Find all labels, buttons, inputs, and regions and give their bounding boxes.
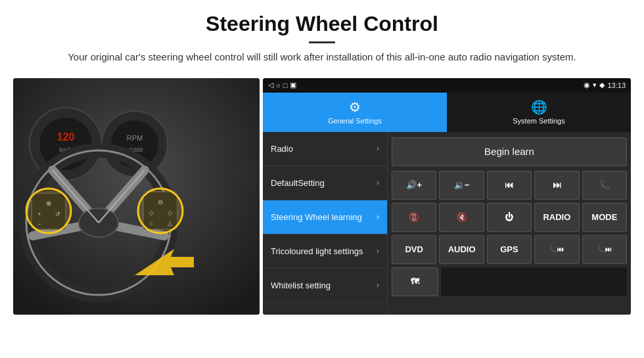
svg-text:120: 120 bbox=[57, 131, 75, 143]
location-icon: ◉ bbox=[584, 81, 590, 89]
mode-label: MODE bbox=[591, 212, 617, 222]
controls-row-2: 📵 🔇 ⏻ RADIO MODE bbox=[392, 203, 627, 232]
tab-general-settings[interactable]: ⚙ General Settings bbox=[263, 93, 447, 132]
gps-label: GPS bbox=[500, 244, 518, 254]
prev-track-button[interactable]: ⏮ bbox=[487, 171, 532, 200]
page-subtitle: Your original car's steering wheel contr… bbox=[66, 50, 578, 65]
power-button[interactable]: ⏻ bbox=[487, 203, 532, 232]
android-ui: ◁ ○ □ ▣ ◉ ▾ ◆ 13:13 ⚙ General Settings 🌐… bbox=[263, 78, 631, 315]
chevron-icon: › bbox=[377, 280, 379, 290]
page-header: Steering Wheel Control Your original car… bbox=[0, 0, 644, 72]
time-display: 13:13 bbox=[607, 81, 626, 89]
navi-button[interactable]: 🗺 bbox=[392, 267, 438, 296]
dvd-button[interactable]: DVD bbox=[392, 235, 436, 264]
dvd-label: DVD bbox=[405, 244, 423, 254]
system-settings-icon: 🌐 bbox=[531, 99, 547, 115]
signal-icon: ▾ bbox=[593, 81, 597, 89]
next-track-icon: ⏭ bbox=[553, 180, 561, 190]
nav-recents-icon: □ bbox=[283, 81, 288, 89]
vol-up-button[interactable]: 🔊+ bbox=[392, 171, 436, 200]
status-bar: ◁ ○ □ ▣ ◉ ▾ ◆ 13:13 bbox=[263, 78, 631, 93]
tab-system-settings[interactable]: 🌐 System Settings bbox=[447, 93, 631, 132]
controls-row-3: DVD AUDIO GPS 📞⏮ 📞⏭ bbox=[392, 235, 627, 264]
chevron-icon: › bbox=[377, 178, 379, 187]
nav-menu-icon: ▣ bbox=[290, 81, 296, 89]
svg-point-29 bbox=[26, 189, 71, 233]
controls-panel: Begin learn 🔊+ 🔉− ⏮ ⏭ bbox=[388, 132, 631, 315]
menu-item-tricoloured[interactable]: Tricoloured light settings › bbox=[263, 235, 387, 269]
menu-item-default[interactable]: DefaultSetting › bbox=[263, 166, 387, 200]
main-content: Radio › DefaultSetting › Steering Wheel … bbox=[263, 132, 631, 315]
tel-prev-icon: 📞⏮ bbox=[549, 246, 564, 253]
tab-general-label: General Settings bbox=[328, 117, 382, 125]
menu-item-steering[interactable]: Steering Wheel learning › bbox=[263, 200, 387, 235]
vol-down-button[interactable]: 🔉− bbox=[439, 171, 484, 200]
begin-learn-button[interactable]: Begin learn bbox=[392, 137, 627, 166]
audio-button[interactable]: AUDIO bbox=[439, 235, 484, 264]
audio-label: AUDIO bbox=[448, 244, 476, 254]
nav-back-icon: ◁ bbox=[268, 81, 273, 89]
power-icon: ⏻ bbox=[505, 212, 513, 222]
steering-wheel-image: 120 km/h RPM x1000 ⊕ + − ↺ bbox=[13, 78, 260, 315]
svg-point-30 bbox=[138, 189, 183, 233]
menu-item-radio[interactable]: Radio › bbox=[263, 132, 387, 166]
next-track-button[interactable]: ⏭ bbox=[534, 171, 579, 200]
menu-item-whitelist[interactable]: Whitelist setting › bbox=[263, 269, 387, 303]
radio-button[interactable]: RADIO bbox=[534, 203, 579, 232]
mute-button[interactable]: 🔇 bbox=[439, 203, 484, 232]
hang-up-icon: 📵 bbox=[409, 212, 419, 222]
controls-row-4: 🗺 bbox=[392, 267, 627, 296]
navi-icon: 🗺 bbox=[411, 277, 419, 286]
nav-home-icon: ○ bbox=[276, 81, 281, 89]
menu-item-steering-label: Steering Wheel learning bbox=[271, 212, 377, 222]
radio-label: RADIO bbox=[543, 212, 570, 222]
vol-down-icon: 🔉− bbox=[454, 180, 470, 190]
title-divider bbox=[309, 41, 335, 43]
begin-learn-row: Begin learn bbox=[392, 136, 627, 168]
page-title: Steering Wheel Control bbox=[39, 12, 605, 36]
menu-item-tricoloured-label: Tricoloured light settings bbox=[271, 246, 377, 256]
phone-icon: 📞 bbox=[599, 180, 610, 190]
menu-panel: Radio › DefaultSetting › Steering Wheel … bbox=[263, 132, 388, 315]
gps-button[interactable]: GPS bbox=[487, 235, 532, 264]
mute-icon: 🔇 bbox=[457, 212, 467, 222]
menu-item-radio-label: Radio bbox=[271, 144, 377, 154]
wifi-icon: ◆ bbox=[599, 81, 605, 89]
mode-button[interactable]: MODE bbox=[582, 203, 627, 232]
chevron-icon: › bbox=[377, 246, 379, 256]
chevron-icon: › bbox=[377, 212, 379, 221]
tab-system-label: System Settings bbox=[513, 117, 564, 125]
phone-button[interactable]: 📞 bbox=[582, 171, 627, 200]
svg-text:RPM: RPM bbox=[127, 134, 143, 142]
tab-bar: ⚙ General Settings 🌐 System Settings bbox=[263, 93, 631, 132]
tel-next-button[interactable]: 📞⏭ bbox=[582, 235, 627, 264]
controls-row-1: 🔊+ 🔉− ⏮ ⏭ 📞 bbox=[392, 171, 627, 200]
tel-prev-button[interactable]: 📞⏮ bbox=[534, 235, 579, 264]
vol-up-icon: 🔊+ bbox=[406, 180, 422, 190]
menu-item-default-label: DefaultSetting bbox=[271, 178, 377, 188]
hang-up-button[interactable]: 📵 bbox=[392, 203, 436, 232]
content-area: 120 km/h RPM x1000 ⊕ + − ↺ bbox=[0, 72, 644, 315]
tel-next-icon: 📞⏭ bbox=[597, 246, 612, 253]
general-settings-icon: ⚙ bbox=[349, 99, 361, 115]
menu-item-whitelist-label: Whitelist setting bbox=[271, 280, 377, 290]
chevron-icon: › bbox=[377, 144, 379, 153]
prev-track-icon: ⏮ bbox=[505, 180, 513, 190]
